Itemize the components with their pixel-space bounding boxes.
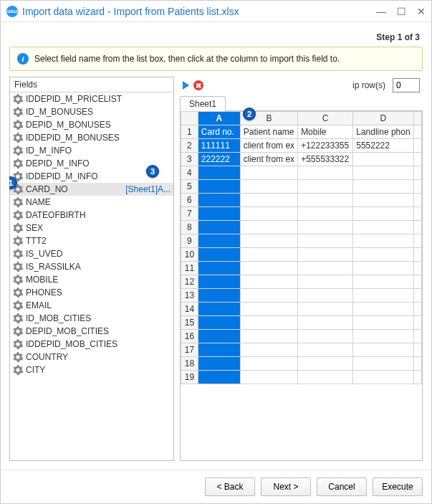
spreadsheet-grid[interactable]: ABCD1Card no.Patient nameMobileLandline … bbox=[180, 111, 423, 461]
grid-cell[interactable] bbox=[413, 166, 421, 180]
grid-cell[interactable] bbox=[240, 262, 297, 275]
grid-cell[interactable]: client from ex bbox=[240, 153, 297, 166]
grid-cell[interactable] bbox=[198, 275, 240, 289]
sheet-tab[interactable]: Sheet1 bbox=[180, 96, 226, 111]
col-header-extra[interactable] bbox=[413, 112, 421, 125]
grid-cell[interactable] bbox=[240, 357, 297, 371]
grid-cell[interactable] bbox=[353, 371, 413, 384]
grid-cell[interactable] bbox=[240, 275, 297, 289]
field-item[interactable]: IS_UVED bbox=[10, 247, 173, 260]
grid-cell[interactable] bbox=[198, 221, 240, 234]
grid-cell[interactable] bbox=[353, 234, 413, 248]
grid-cell[interactable]: Mobile bbox=[298, 125, 353, 139]
field-item[interactable]: CITY bbox=[10, 363, 173, 376]
grid-cell[interactable] bbox=[353, 316, 413, 330]
skip-rows-input[interactable] bbox=[393, 78, 420, 92]
grid-cell[interactable] bbox=[353, 289, 413, 303]
grid-cell[interactable] bbox=[353, 343, 413, 357]
field-item[interactable]: PHONES bbox=[10, 286, 173, 299]
execute-button[interactable]: Execute bbox=[373, 477, 423, 496]
row-header[interactable]: 2 bbox=[181, 139, 198, 153]
grid-cell[interactable] bbox=[413, 289, 421, 303]
grid-cell[interactable] bbox=[298, 371, 353, 384]
delete-icon[interactable]: ✖ bbox=[193, 80, 203, 90]
fields-list[interactable]: IDDEPID_M_PRICELISTID_M_BONUSESDEPID_M_B… bbox=[10, 92, 173, 460]
grid-cell[interactable]: 5552222 bbox=[353, 139, 413, 153]
field-item[interactable]: IDDEPID_M_PRICELIST bbox=[10, 92, 173, 105]
grid-cell[interactable] bbox=[298, 262, 353, 275]
grid-cell[interactable] bbox=[198, 166, 240, 180]
grid-cell[interactable]: 222222 bbox=[198, 153, 240, 166]
grid-cell[interactable] bbox=[198, 180, 240, 194]
grid-cell[interactable] bbox=[240, 303, 297, 316]
grid-cell[interactable] bbox=[240, 221, 297, 234]
grid-cell[interactable] bbox=[298, 316, 353, 330]
grid-cell[interactable] bbox=[298, 207, 353, 221]
grid-cell[interactable] bbox=[298, 289, 353, 303]
field-item[interactable]: EMAIL bbox=[10, 299, 173, 312]
field-item[interactable]: ID_M_BONUSES bbox=[10, 105, 173, 118]
grid-cell[interactable] bbox=[353, 166, 413, 180]
field-item[interactable]: IDDEPID_MOB_CITIES bbox=[10, 338, 173, 351]
row-header[interactable]: 13 bbox=[181, 289, 198, 303]
grid-cell[interactable] bbox=[198, 289, 240, 303]
grid-cell[interactable] bbox=[353, 262, 413, 275]
grid-cell[interactable] bbox=[240, 166, 297, 180]
grid-cell[interactable] bbox=[198, 330, 240, 343]
field-item[interactable]: SEX bbox=[10, 222, 173, 234]
field-item[interactable]: DEPID_M_BONUSES bbox=[10, 118, 173, 131]
grid-cell[interactable] bbox=[413, 343, 421, 357]
grid-cell[interactable] bbox=[240, 289, 297, 303]
grid-cell[interactable] bbox=[198, 316, 240, 330]
grid-cell[interactable] bbox=[413, 262, 421, 275]
grid-cell[interactable] bbox=[353, 153, 413, 166]
row-header[interactable]: 12 bbox=[181, 275, 198, 289]
grid-cell[interactable] bbox=[298, 303, 353, 316]
grid-cell[interactable] bbox=[198, 303, 240, 316]
field-item[interactable]: ID_M_INFO bbox=[10, 144, 173, 157]
row-header[interactable]: 9 bbox=[181, 234, 198, 248]
grid-cell[interactable] bbox=[353, 180, 413, 194]
grid-cell[interactable] bbox=[353, 357, 413, 371]
grid-cell[interactable] bbox=[198, 248, 240, 262]
col-header[interactable]: C bbox=[298, 112, 353, 125]
col-header[interactable]: D bbox=[353, 112, 413, 125]
grid-cell[interactable] bbox=[413, 248, 421, 262]
field-item[interactable]: CARD_NO[Sheet1]A... bbox=[10, 183, 173, 196]
col-header[interactable]: A bbox=[198, 112, 240, 125]
grid-cell[interactable]: client from ex bbox=[240, 139, 297, 153]
row-header[interactable]: 6 bbox=[181, 194, 198, 207]
grid-cell[interactable]: +555533322 bbox=[298, 153, 353, 166]
field-item[interactable]: NAME bbox=[10, 196, 173, 209]
grid-cell[interactable] bbox=[353, 303, 413, 316]
grid-cell[interactable] bbox=[413, 316, 421, 330]
grid-cell[interactable] bbox=[240, 316, 297, 330]
grid-cell[interactable] bbox=[298, 330, 353, 343]
grid-cell[interactable] bbox=[198, 207, 240, 221]
grid-cell[interactable] bbox=[198, 262, 240, 275]
grid-cell[interactable] bbox=[353, 248, 413, 262]
grid-cell[interactable] bbox=[413, 194, 421, 207]
grid-cell[interactable] bbox=[298, 357, 353, 371]
grid-cell[interactable] bbox=[413, 371, 421, 384]
row-header[interactable]: 17 bbox=[181, 343, 198, 357]
grid-cell[interactable] bbox=[353, 221, 413, 234]
field-item[interactable]: IDDEPID_M_BONUSES bbox=[10, 131, 173, 144]
row-header[interactable]: 16 bbox=[181, 330, 198, 343]
grid-cell[interactable]: Landline phon bbox=[353, 125, 413, 139]
row-header[interactable]: 1 bbox=[181, 125, 198, 139]
field-item[interactable]: DATEOFBIRTH bbox=[10, 209, 173, 222]
grid-cell[interactable] bbox=[413, 234, 421, 248]
grid-cell[interactable]: Card no. bbox=[198, 125, 240, 139]
cancel-button[interactable]: Cancel bbox=[317, 477, 367, 496]
grid-cell[interactable] bbox=[240, 207, 297, 221]
grid-cell[interactable] bbox=[198, 343, 240, 357]
grid-cell[interactable] bbox=[353, 194, 413, 207]
row-header[interactable]: 4 bbox=[181, 166, 198, 180]
maximize-button[interactable]: ☐ bbox=[397, 7, 405, 16]
grid-cell[interactable] bbox=[353, 330, 413, 343]
grid-cell[interactable] bbox=[198, 234, 240, 248]
grid-cell[interactable] bbox=[413, 357, 421, 371]
field-item[interactable]: TTT2 bbox=[10, 234, 173, 247]
field-item[interactable]: IS_RASSILKA bbox=[10, 260, 173, 273]
